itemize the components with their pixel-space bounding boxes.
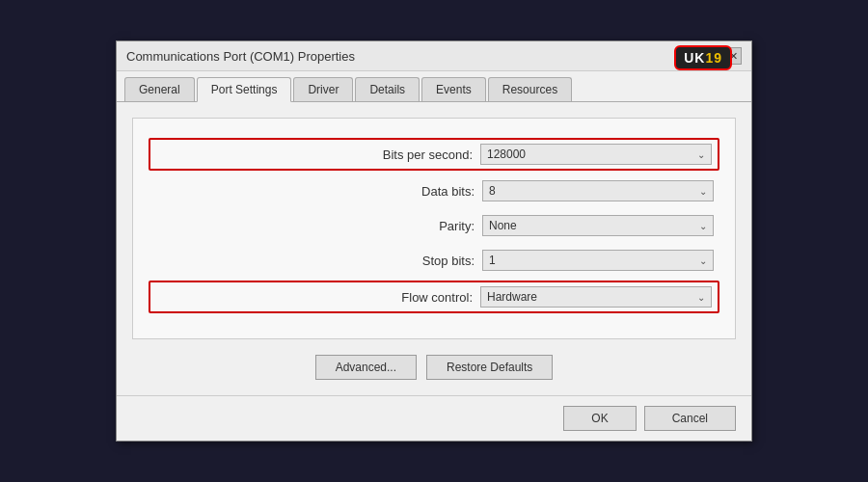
field-label-4: Flow control:	[401, 290, 473, 305]
field-label-1: Data bits:	[421, 184, 475, 199]
field-value-3: 1	[489, 254, 692, 267]
tab-details[interactable]: Details	[355, 77, 420, 101]
chevron-down-icon: ⌄	[697, 149, 705, 160]
field-value-4: Hardware	[487, 290, 690, 304]
field-value-0: 128000	[487, 147, 690, 161]
field-row-0: Bits per second:128000⌄	[149, 138, 719, 171]
field-select-3[interactable]: 1⌄	[482, 250, 714, 271]
tab-events[interactable]: Events	[421, 77, 486, 101]
ok-button[interactable]: OK	[563, 406, 636, 431]
action-buttons-row: Advanced... Restore Defaults	[132, 355, 736, 380]
cancel-button[interactable]: Cancel	[644, 406, 736, 431]
dialog-window: Communications Port (COM1) Properties ─ …	[116, 40, 752, 442]
window-title: Communications Port (COM1) Properties	[126, 49, 355, 64]
field-value-2: None	[489, 219, 692, 232]
tab-driver[interactable]: Driver	[293, 77, 353, 101]
dialog-footer: OK Cancel	[117, 395, 751, 441]
field-label-2: Parity:	[439, 219, 475, 233]
content-area: Bits per second:128000⌄Data bits:8⌄Parit…	[117, 102, 751, 395]
logo-text-uk: UK	[684, 50, 705, 66]
field-select-0[interactable]: 128000⌄	[480, 144, 712, 165]
tab-general[interactable]: General	[124, 77, 195, 101]
settings-panel: Bits per second:128000⌄Data bits:8⌄Parit…	[132, 118, 736, 339]
field-label-0: Bits per second:	[383, 147, 473, 162]
logo-text-num: 19	[705, 50, 722, 66]
tab-resources[interactable]: Resources	[488, 77, 572, 101]
title-bar: Communications Port (COM1) Properties ─ …	[117, 41, 751, 71]
tab-port-settings[interactable]: Port Settings	[197, 77, 292, 102]
restore-defaults-button[interactable]: Restore Defaults	[426, 355, 553, 380]
chevron-down-icon: ⌄	[699, 255, 707, 266]
advanced-button[interactable]: Advanced...	[315, 355, 417, 380]
tabs-bar: GeneralPort SettingsDriverDetailsEventsR…	[117, 71, 751, 102]
field-select-4[interactable]: Hardware⌄	[480, 286, 712, 308]
field-select-1[interactable]: 8⌄	[482, 180, 714, 201]
logo-badge: UK19	[674, 45, 732, 70]
field-label-3: Stop bits:	[422, 254, 475, 268]
field-row-2: Parity:None⌄	[149, 211, 719, 240]
field-value-1: 8	[489, 184, 692, 198]
chevron-down-icon: ⌄	[699, 221, 707, 231]
field-row-3: Stop bits:1⌄	[149, 246, 719, 275]
field-row-1: Data bits:8⌄	[149, 176, 719, 205]
chevron-down-icon: ⌄	[699, 186, 707, 197]
chevron-down-icon: ⌄	[697, 292, 705, 303]
field-row-4: Flow control:Hardware⌄	[149, 281, 719, 313]
field-select-2[interactable]: None⌄	[482, 215, 714, 236]
